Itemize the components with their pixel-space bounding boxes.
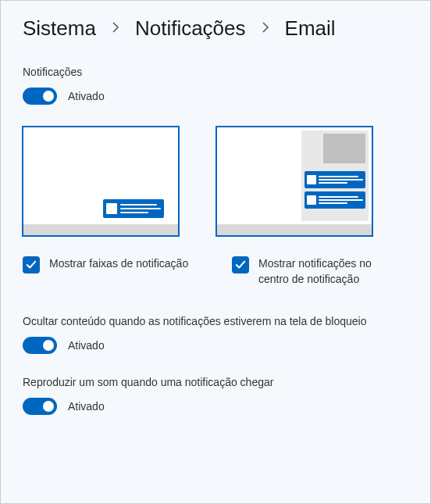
check-icon [235,259,246,270]
show-center-checkbox[interactable] [232,256,249,273]
show-banners-label: Mostrar faixas de notificação [49,256,188,272]
sound-label: Reproduzir um som quando uma notificação… [23,376,408,388]
show-center-label: Mostrar notificações no centro de notifi… [258,256,404,287]
lockscreen-label: Ocultar conteúdo quando as notificações … [23,315,408,327]
notifications-toggle[interactable] [23,88,57,105]
chevron-right-icon [262,22,269,36]
breadcrumb-email: Email [285,16,336,41]
action-center-icon [301,130,369,221]
taskbar-icon [217,224,372,235]
check-icon [26,259,37,270]
taskbar-icon [23,224,178,235]
banner-icon [103,199,164,218]
banner-preview[interactable] [23,127,179,236]
breadcrumb-sistema[interactable]: Sistema [23,16,96,41]
lockscreen-state: Ativado [68,339,105,352]
chevron-right-icon [112,22,119,36]
notifications-label: Notificações [23,66,408,78]
lockscreen-toggle[interactable] [23,337,57,354]
breadcrumb: Sistema Notificações Email [23,16,408,41]
notifications-state: Ativado [68,90,105,102]
sound-toggle[interactable] [23,398,57,415]
action-center-preview[interactable] [216,127,372,236]
sound-state: Ativado [68,400,105,413]
breadcrumb-notificacoes[interactable]: Notificações [135,16,246,41]
show-banners-checkbox[interactable] [23,256,40,273]
